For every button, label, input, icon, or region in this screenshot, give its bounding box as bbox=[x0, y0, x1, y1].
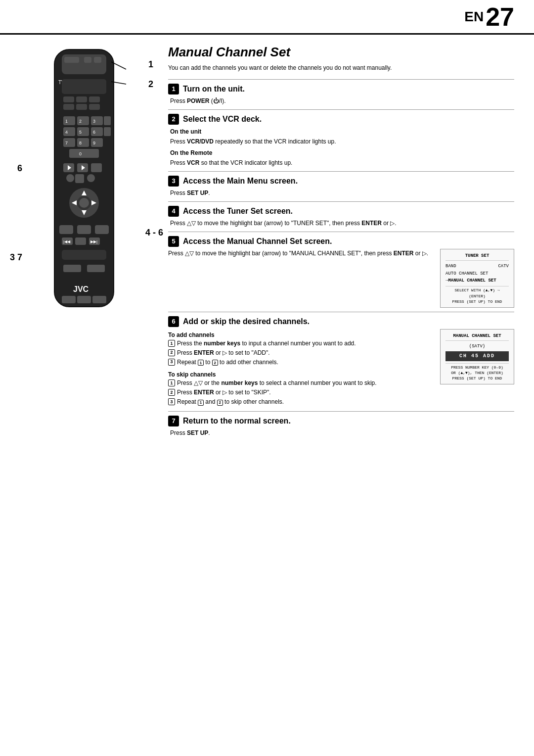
step-7-body: Press SET UP. bbox=[168, 428, 514, 437]
screen-5-row-band: BANDCATV bbox=[445, 263, 509, 270]
svg-text:2: 2 bbox=[79, 119, 82, 124]
step-6-header: 6 Add or skip the desired channels. bbox=[168, 316, 514, 327]
svg-text:JVC: JVC bbox=[73, 285, 89, 293]
step-1-section: 1 Turn on the unit. Press POWER (⏻/I). bbox=[168, 79, 514, 107]
step-6-add-item-3: 3 Repeat 1 to 2 to add other channels. bbox=[168, 358, 432, 367]
callout-6: 6 bbox=[17, 163, 22, 174]
svg-rect-9 bbox=[89, 96, 100, 102]
step-5-title: Access the Manual Channel Set screen. bbox=[183, 237, 332, 246]
step-4-header: 4 Access the Tuner Set screen. bbox=[168, 206, 514, 217]
step-6-section: 6 Add or skip the desired channels. To a… bbox=[168, 312, 514, 409]
page-title: Manual Channel Set bbox=[168, 45, 514, 60]
step-1-header: 1 Turn on the unit. bbox=[168, 84, 514, 94]
svg-text:0: 0 bbox=[79, 151, 82, 156]
svg-rect-59 bbox=[63, 265, 81, 272]
step-3-section: 3 Access the Main Menu screen. Press SET… bbox=[168, 171, 514, 199]
svg-point-42 bbox=[87, 174, 95, 182]
step-3-body: Press SET UP. bbox=[168, 189, 514, 197]
step-6-skip-item-1: 1 Press △▽ or the number keys to select … bbox=[168, 379, 432, 387]
svg-rect-2 bbox=[64, 57, 79, 63]
screen-6-satv: (SATV) bbox=[445, 343, 509, 350]
en-label: EN bbox=[464, 9, 484, 25]
step-6-add-heading: To add channels bbox=[168, 331, 432, 338]
step-6-add-col: To add channels 1 Press the number keys … bbox=[168, 329, 432, 407]
svg-text:▶▶|: ▶▶| bbox=[90, 239, 97, 244]
step-2-subheading-1: On the unit bbox=[170, 127, 514, 136]
step-5-content: Press △▽ to move the highlight bar (arro… bbox=[168, 249, 514, 308]
callout-2: 2 bbox=[148, 79, 153, 90]
step-6-screen: MANUAL CHANNEL SET (SATV) CH 45 ADD PRES… bbox=[440, 329, 514, 384]
step-2-header: 2 Select the VCR deck. bbox=[168, 114, 514, 125]
screen-5-row-auto: AUTO CHANNEL SET bbox=[445, 270, 509, 277]
callout-1: 1 bbox=[148, 59, 153, 70]
callout-4-6: 4 - 6 bbox=[145, 228, 163, 238]
screen-6-title: MANUAL CHANNEL SET bbox=[445, 332, 509, 341]
svg-text:|◀◀: |◀◀ bbox=[63, 239, 71, 244]
screen-5-row-manual: →MANUAL CHANNEL SET bbox=[445, 277, 509, 284]
callout-3-7: 3 7 bbox=[10, 252, 22, 263]
svg-text:3: 3 bbox=[93, 119, 95, 124]
step-2-badge: 2 bbox=[168, 114, 179, 125]
remote-svg: TV 1 2 3 4 5 6 7 bbox=[35, 45, 134, 322]
step-5-section: 5 Access the Manual Channel Set screen. … bbox=[168, 232, 514, 310]
svg-rect-58 bbox=[62, 250, 106, 260]
svg-rect-39 bbox=[91, 163, 102, 172]
svg-rect-63 bbox=[77, 296, 91, 303]
step-6-skip-list: 1 Press △▽ or the number keys to select … bbox=[168, 379, 432, 406]
step-3-header: 3 Access the Main Menu screen. bbox=[168, 176, 514, 187]
svg-rect-6 bbox=[62, 79, 106, 94]
step-6-screens: MANUAL CHANNEL SET (SATV) CH 45 ADD PRES… bbox=[440, 329, 514, 407]
step-6-skip-heading: To skip channels bbox=[168, 371, 432, 378]
instructions-panel: Manual Channel Set You can add the chann… bbox=[163, 35, 519, 746]
step-6-content: To add channels 1 Press the number keys … bbox=[168, 329, 514, 407]
svg-rect-4 bbox=[94, 57, 101, 63]
step-1-badge: 1 bbox=[168, 84, 179, 94]
svg-text:6: 6 bbox=[93, 130, 95, 135]
svg-text:7: 7 bbox=[65, 141, 68, 145]
step-5-text: Press △▽ to move the highlight bar (arro… bbox=[168, 249, 435, 258]
svg-rect-33 bbox=[69, 149, 99, 158]
svg-rect-64 bbox=[92, 296, 106, 303]
step-7-header: 7 Return to the normal screen. bbox=[168, 416, 514, 426]
step-6-badge: 6 bbox=[168, 316, 179, 327]
svg-point-45 bbox=[79, 198, 89, 208]
step-5-header: 5 Access the Manual Channel Set screen. bbox=[168, 236, 514, 247]
remote-panel: 1 2 6 4 - 6 3 7 TV bbox=[15, 40, 153, 726]
step-5-badge: 5 bbox=[168, 236, 179, 247]
svg-rect-8 bbox=[76, 96, 87, 102]
svg-text:5: 5 bbox=[79, 130, 82, 135]
svg-rect-50 bbox=[59, 225, 73, 234]
step-4-body: Press △▽ to move the highlight bar (arro… bbox=[168, 219, 514, 228]
step-2-section: 2 Select the VCR deck. On the unit Press… bbox=[168, 109, 514, 169]
svg-rect-60 bbox=[87, 265, 105, 272]
svg-rect-52 bbox=[95, 225, 109, 234]
svg-rect-3 bbox=[84, 57, 91, 63]
svg-point-40 bbox=[66, 174, 74, 182]
svg-rect-10 bbox=[63, 104, 74, 110]
step-2-title: Select the VCR deck. bbox=[183, 115, 262, 124]
step-4-title: Access the Tuner Set screen. bbox=[183, 207, 293, 216]
step-2-body: On the unit Press VCR/DVD repeatedly so … bbox=[168, 127, 514, 167]
svg-text:8: 8 bbox=[79, 141, 82, 145]
step-4-section: 4 Access the Tuner Set screen. Press △▽ … bbox=[168, 201, 514, 230]
svg-text:4: 4 bbox=[65, 130, 68, 135]
page-number: 27 bbox=[486, 4, 514, 30]
svg-rect-26 bbox=[104, 127, 111, 136]
svg-rect-7 bbox=[63, 96, 74, 102]
step-2-subheading-2: On the Remote bbox=[170, 148, 514, 157]
step-6-skip-item-3: 3 Repeat 1 and 2 to skip other channels. bbox=[168, 398, 432, 406]
step-6-title: Add or skip the desired channels. bbox=[183, 317, 310, 326]
screen-6-ch: CH 45 ADD bbox=[445, 351, 509, 361]
screen-6-footer: PRESS NUMBER KEY (0–9)OR (▲,▼), THEN (EN… bbox=[445, 363, 509, 381]
step-6-add-item-2: 2 Press ENTER or ▷ to set to "ADD". bbox=[168, 349, 432, 357]
step-5-screen: TUNER SET BANDCATV AUTO CHANNEL SET →MAN… bbox=[440, 249, 514, 308]
step-6-add-list: 1 Press the number keys to input a chann… bbox=[168, 339, 432, 366]
page-header: EN 27 bbox=[0, 0, 534, 35]
svg-rect-11 bbox=[76, 104, 87, 110]
intro-text: You can add the channels you want or del… bbox=[168, 64, 514, 72]
svg-rect-41 bbox=[75, 174, 84, 183]
step-7-title: Return to the normal screen. bbox=[183, 417, 291, 425]
step-7-section: 7 Return to the normal screen. Press SET… bbox=[168, 411, 514, 439]
screen-5-footer: SELECT WITH (▲,▼) → (ENTER)PRESS (SET UP… bbox=[445, 286, 509, 304]
step-4-badge: 4 bbox=[168, 206, 179, 217]
